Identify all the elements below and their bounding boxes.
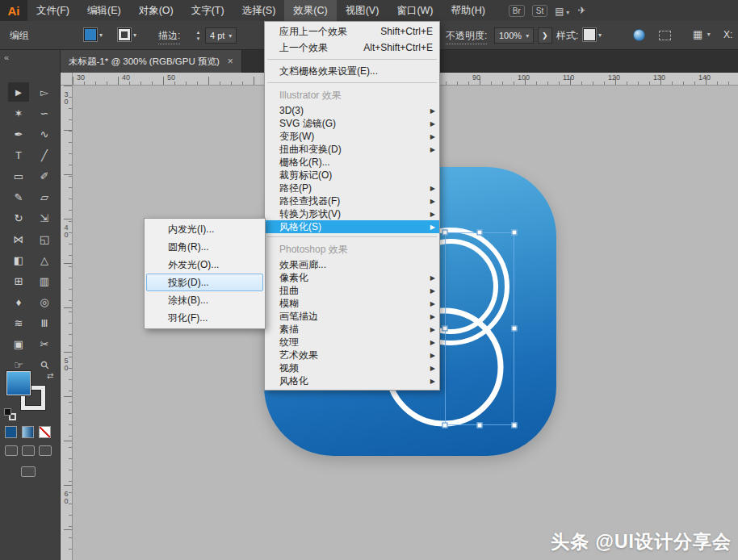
stroke-panel-link[interactable]: 描边:: [158, 29, 180, 44]
menubar-item-7[interactable]: 视图(V): [337, 0, 388, 21]
draw-behind-button[interactable]: [22, 445, 35, 456]
type-tool-icon[interactable]: T: [8, 145, 29, 165]
globe-icon[interactable]: [633, 29, 645, 41]
menubar-item-4[interactable]: 文字(T): [182, 0, 233, 21]
selection-handle[interactable]: [442, 230, 448, 236]
menubar-item-9[interactable]: 帮助(H): [442, 0, 494, 21]
selection-handle[interactable]: [477, 230, 483, 236]
effect-menu-item-1[interactable]: 上一个效果Alt+Shift+Ctrl+E: [265, 40, 439, 56]
menubar-item-8[interactable]: 窗口(W): [388, 0, 442, 21]
effect-menu-item-23[interactable]: 素描▶: [265, 323, 439, 336]
bridge-icon[interactable]: Br: [509, 5, 525, 17]
pencil-tool-icon[interactable]: ✎: [8, 187, 29, 207]
submenu-item-outer-glow[interactable]: 外发光(O)...: [146, 256, 263, 274]
blend-tool-icon[interactable]: ◎: [34, 292, 55, 311]
shape-builder-tool-icon[interactable]: ◧: [8, 250, 29, 270]
stock-icon[interactable]: St: [532, 5, 547, 17]
draw-normal-button[interactable]: [5, 445, 18, 456]
opacity-dropdown[interactable]: 100%▾: [494, 27, 534, 44]
selection-handle[interactable]: [512, 423, 518, 428]
selection-handle[interactable]: [477, 423, 483, 428]
effect-menu-item-19[interactable]: 像素化▶: [265, 271, 439, 284]
width-tool-icon[interactable]: ⋈: [8, 229, 29, 249]
menubar-item-5[interactable]: 选择(S): [233, 0, 285, 21]
opacity-flyout-button[interactable]: ❯: [538, 27, 552, 44]
menubar-item-1[interactable]: 文件(F): [27, 0, 78, 21]
fill-color-dropdown[interactable]: ▾: [84, 28, 103, 41]
effect-menu-item-8[interactable]: 变形(W)▶: [265, 130, 439, 143]
menubar-item-6[interactable]: 效果(C): [284, 0, 336, 21]
effect-menu-item-11[interactable]: 裁剪标记(O): [265, 169, 439, 182]
workspace-switcher[interactable]: ▤▼: [555, 3, 570, 18]
arrange-documents-dropdown[interactable]: ▦▼: [693, 29, 711, 40]
effect-menu-item-10[interactable]: 栅格化(R)...: [265, 156, 439, 169]
line-segment-tool-icon[interactable]: ╱: [34, 145, 55, 165]
gradient-button[interactable]: [22, 426, 34, 438]
perspective-grid-tool-icon[interactable]: △: [34, 250, 55, 270]
draw-inside-button[interactable]: [39, 445, 52, 456]
eyedropper-tool-icon[interactable]: ♦: [8, 292, 29, 311]
rotate-tool-icon[interactable]: ↻: [8, 208, 29, 228]
eraser-tool-icon[interactable]: ▱: [34, 187, 55, 207]
lasso-tool-icon[interactable]: ∽: [34, 103, 55, 123]
effect-menu-item-9[interactable]: 扭曲和变换(D)▶: [265, 143, 439, 156]
effect-menu-item-6[interactable]: 3D(3)▶: [265, 104, 439, 117]
pen-tool-icon[interactable]: ✒: [8, 124, 29, 144]
rectangle-tool-icon[interactable]: ▭: [8, 166, 29, 186]
selection-handle[interactable]: [512, 230, 518, 236]
submenu-item-feather[interactable]: 羽化(F)...: [146, 309, 263, 327]
effect-menu-item-3[interactable]: 文档栅格效果设置(E)...: [265, 63, 439, 79]
submenu-item-drop-shadow[interactable]: 投影(D)...: [146, 274, 263, 291]
none-button[interactable]: [39, 426, 51, 438]
effect-menu-item-20[interactable]: 扭曲▶: [265, 284, 439, 297]
stroke-color-dropdown[interactable]: ▾: [118, 28, 136, 41]
submenu-item-round-corners[interactable]: 圆角(R)...: [146, 238, 263, 256]
default-fill-icon[interactable]: [4, 408, 11, 416]
free-transform-tool-icon[interactable]: ◱: [34, 229, 55, 249]
effect-menu-item-13[interactable]: 路径查找器(F)▶: [265, 194, 439, 207]
share-icon[interactable]: ✈: [578, 6, 586, 15]
effect-menu-item-0[interactable]: 应用上一个效果Shift+Ctrl+E: [265, 23, 439, 40]
effect-menu-item-27[interactable]: 风格化▶: [265, 374, 439, 387]
opacity-panel-link[interactable]: 不透明度:: [446, 29, 487, 44]
effect-menu-item-26[interactable]: 视频▶: [265, 361, 439, 374]
screen-mode-button[interactable]: [21, 466, 36, 477]
collapse-panel-icon[interactable]: «: [4, 52, 9, 62]
menubar-item-3[interactable]: 对象(O): [130, 0, 182, 21]
gradient-tool-icon[interactable]: ▥: [34, 271, 55, 290]
effect-menu-item-14[interactable]: 转换为形状(V)▶: [265, 207, 439, 220]
illustrator-logo[interactable]: Ai: [0, 0, 27, 21]
direct-selection-tool-icon[interactable]: ▻: [34, 82, 55, 102]
effect-menu-item-18[interactable]: 效果画廊...: [265, 258, 439, 271]
effect-menu-item-12[interactable]: 路径(P)▶: [265, 182, 439, 194]
selection-tool-icon[interactable]: ►: [8, 82, 29, 102]
fill-swatch[interactable]: [6, 371, 31, 395]
menubar-item-2[interactable]: 编辑(E): [78, 0, 130, 21]
paintbrush-tool-icon[interactable]: ✐: [34, 166, 55, 186]
submenu-item-scribble[interactable]: 涂抹(B)...: [146, 291, 263, 309]
stroke-weight-stepper[interactable]: ▲▼: [194, 31, 203, 41]
swap-fill-stroke-icon[interactable]: ⇄: [47, 371, 53, 380]
mesh-tool-icon[interactable]: ⊞: [8, 271, 29, 290]
submenu-item-inner-glow[interactable]: 内发光(I)...: [146, 220, 263, 238]
vertical-ruler[interactable]: 3 04 05 06 0: [61, 86, 73, 560]
zoom-tool-icon[interactable]: ⚲: [30, 350, 58, 378]
effect-menu-item-25[interactable]: 艺术效果▶: [265, 349, 439, 361]
effect-menu-item-21[interactable]: 模糊▶: [265, 297, 439, 310]
color-button[interactable]: [5, 426, 17, 438]
effect-menu-item-7[interactable]: SVG 滤镜(G)▶: [265, 117, 439, 130]
dashed-rect-icon[interactable]: [659, 31, 671, 40]
close-icon[interactable]: ×: [228, 56, 233, 67]
selection-handle[interactable]: [512, 326, 518, 332]
graphic-style-dropdown[interactable]: ▾: [583, 28, 602, 41]
selection-handle[interactable]: [442, 326, 448, 332]
magic-wand-tool-icon[interactable]: ✶: [8, 103, 29, 123]
symbol-sprayer-tool-icon[interactable]: ≋: [8, 313, 29, 332]
effect-menu-item-15[interactable]: 风格化(S)▶: [265, 220, 439, 233]
stroke-weight-dropdown[interactable]: 4 pt▾: [205, 27, 237, 44]
document-tab[interactable]: 未标题-1* @ 300% (RGB/GPU 预览) ×: [61, 50, 242, 73]
selection-handle[interactable]: [442, 423, 448, 428]
effect-menu-item-24[interactable]: 纹理▶: [265, 336, 439, 349]
curvature-tool-icon[interactable]: ∿: [34, 124, 55, 144]
artboard-tool-icon[interactable]: ▣: [8, 334, 29, 353]
